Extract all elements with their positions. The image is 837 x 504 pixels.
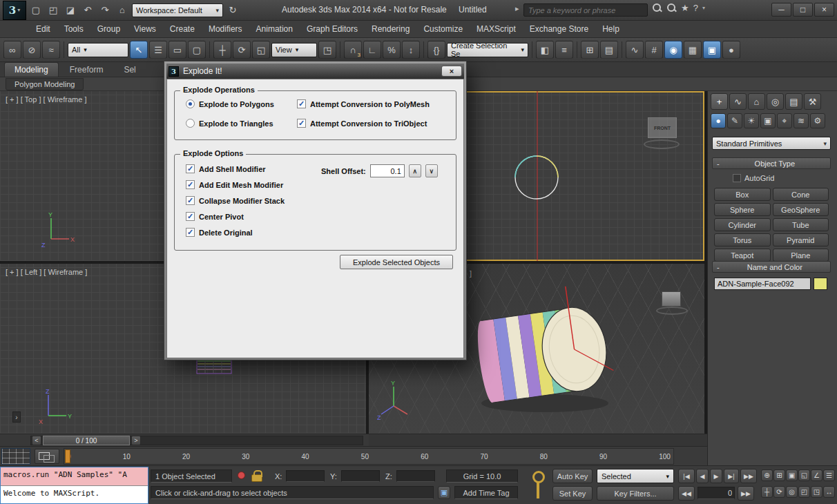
add-time-tag[interactable]: Add Time Tag xyxy=(454,486,518,499)
curve-editor-icon[interactable]: ∿ xyxy=(626,41,644,59)
next-key-button[interactable]: ▶| xyxy=(724,469,739,483)
convert-polymesh-checkbox[interactable]: ✓ xyxy=(297,99,306,108)
select-object-icon[interactable]: ↖ xyxy=(130,41,148,59)
select-and-rotate-icon[interactable]: ⟳ xyxy=(233,41,251,59)
project-folder-icon[interactable]: ⌂ xyxy=(115,3,130,18)
ribbon-toggle-icon[interactable]: ▤ xyxy=(600,41,618,59)
geometry-category-icon[interactable]: ● xyxy=(711,113,726,128)
listener-macro-line[interactable]: macros.run "ADN Samples" "A xyxy=(1,467,148,486)
material-editor-icon[interactable]: ◉ xyxy=(664,41,682,59)
select-and-move-icon[interactable]: ┼ xyxy=(213,41,231,59)
pyramid-button[interactable]: Pyramid xyxy=(773,233,829,246)
teapot-button[interactable]: Teapot xyxy=(714,249,771,262)
workspace-reset-icon[interactable]: ↻ xyxy=(225,3,240,18)
convert-triobject-checkbox[interactable]: ✓ xyxy=(297,119,306,128)
select-by-name-icon[interactable]: ☰ xyxy=(149,41,167,59)
explode-selected-objects-button[interactable]: Explode Selected Objects xyxy=(340,255,453,269)
field-of-view-icon[interactable]: ∠ xyxy=(811,469,822,481)
help-chevron-icon[interactable]: ▾ xyxy=(702,5,705,11)
search-icon[interactable] xyxy=(652,3,662,13)
object-type-rollout[interactable]: -Object Type xyxy=(712,157,831,169)
y-coordinate-field[interactable] xyxy=(341,470,380,482)
torus-button[interactable]: Torus xyxy=(714,233,771,246)
cone-button[interactable]: Cone xyxy=(773,188,829,201)
viewport-left-label[interactable]: [ + ] [ Left ] [ Wireframe ] xyxy=(6,268,87,276)
lights-category-icon[interactable]: ☀ xyxy=(744,113,759,128)
next-frame-arrow[interactable]: > xyxy=(131,436,141,445)
zoom-icon[interactable]: ⊕ xyxy=(761,469,773,481)
auto-key-button[interactable]: Auto Key xyxy=(552,469,593,483)
select-and-scale-icon[interactable]: ◱ xyxy=(252,41,270,59)
key-mode-dropdown[interactable]: Selected▾ xyxy=(597,469,674,483)
collapse-stack-checkbox[interactable]: ✓ xyxy=(186,196,195,205)
named-selection-set-dropdown[interactable]: Create Selection Se▾ xyxy=(447,43,528,57)
viewport-nav-arrow-icon[interactable]: › xyxy=(12,411,21,423)
pin-icon[interactable] xyxy=(238,472,245,479)
rendered-frame-window-icon[interactable]: ▣ xyxy=(703,41,721,59)
unlink-selection-icon[interactable]: ⊘ xyxy=(23,41,41,59)
zoom-region-icon[interactable]: ◱ xyxy=(798,469,810,481)
current-frame-field[interactable] xyxy=(698,487,735,499)
helpers-category-icon[interactable]: ⌖ xyxy=(777,113,792,128)
redo-icon[interactable]: ↷ xyxy=(97,3,113,18)
menu-modifiers[interactable]: Modifiers xyxy=(202,21,249,37)
select-and-link-icon[interactable]: ∞ xyxy=(3,41,21,59)
time-slider-handle[interactable]: 0 / 100 xyxy=(43,436,130,445)
motion-tab-icon[interactable]: ◎ xyxy=(767,93,784,110)
edit-named-selection-sets-icon[interactable]: {} xyxy=(427,41,445,59)
bind-to-space-warp-icon[interactable]: ≈ xyxy=(42,41,60,59)
next-frame-button[interactable]: ▶▶ xyxy=(738,486,754,501)
shell-offset-field[interactable] xyxy=(370,164,405,177)
z-coordinate-field[interactable] xyxy=(396,470,435,482)
play-button[interactable]: ▶ xyxy=(710,469,722,483)
app-logo-icon[interactable]: 3▾ xyxy=(3,1,26,20)
menu-edit[interactable]: Edit xyxy=(29,21,57,37)
tab-selection[interactable]: Sel xyxy=(114,63,145,77)
plane-button[interactable]: Plane xyxy=(773,249,829,262)
workspace-dropdown[interactable]: Workspace: Default▾ xyxy=(132,3,223,17)
add-shell-modifier-checkbox[interactable]: ✓ xyxy=(186,164,195,173)
view-cube-ring[interactable] xyxy=(656,307,688,315)
new-file-icon[interactable]: ▢ xyxy=(28,3,44,18)
undo-icon[interactable]: ↶ xyxy=(80,3,95,18)
isolate-selection-icon[interactable]: ▣ xyxy=(438,486,450,499)
spinner-snap-icon[interactable]: ↕ xyxy=(402,41,420,59)
close-button[interactable]: × xyxy=(814,3,834,17)
zoom-extents-all-icon[interactable]: ☰ xyxy=(823,469,835,481)
align-icon[interactable]: ≡ xyxy=(555,41,573,59)
orbit-icon[interactable]: ⟳ xyxy=(773,486,785,498)
previous-key-button[interactable]: ◀ xyxy=(696,469,709,483)
sphere-button[interactable]: Sphere xyxy=(714,203,771,216)
search-input[interactable] xyxy=(523,3,648,17)
tube-button[interactable]: Tube xyxy=(773,218,829,231)
angle-snap-icon[interactable]: ∟ xyxy=(363,41,381,59)
menu-exchange-store[interactable]: Exchange Store xyxy=(523,21,595,37)
geosphere-button[interactable]: GeoSphere xyxy=(773,203,829,216)
snaps-toggle-icon[interactable]: ∩3 xyxy=(344,41,362,59)
expand-arrow-icon[interactable]: ▸ xyxy=(515,4,519,13)
cylinder-button[interactable]: Cylinder xyxy=(714,218,771,231)
spin-down-button[interactable]: ∨ xyxy=(425,164,438,177)
percent-snap-icon[interactable]: % xyxy=(383,41,401,59)
pan-icon[interactable]: ┼ xyxy=(761,486,773,498)
add-edit-mesh-checkbox[interactable]: ✓ xyxy=(186,180,195,189)
search-web-icon[interactable] xyxy=(666,3,677,13)
dialog-titlebar[interactable]: 3 Explode It! × xyxy=(166,64,464,79)
primitive-category-dropdown[interactable]: Standard Primitives▾ xyxy=(712,137,831,150)
create-tab-icon[interactable]: + xyxy=(711,93,728,110)
view-cube[interactable] xyxy=(662,291,681,307)
menu-maxscript[interactable]: MAXScript xyxy=(470,21,523,37)
menu-graph-editors[interactable]: Graph Editors xyxy=(300,21,365,37)
go-to-end-button[interactable]: ▶▶ xyxy=(740,469,757,483)
viewport-persp-label-fragment[interactable]: ] xyxy=(470,269,472,278)
help-icon[interactable]: ? xyxy=(693,3,698,13)
modify-tab-icon[interactable]: ∿ xyxy=(729,93,747,110)
maximize-viewport-icon[interactable]: ◰ xyxy=(798,486,810,498)
autogrid-checkbox[interactable] xyxy=(733,174,741,182)
selection-filter-dropdown[interactable]: All▾ xyxy=(68,43,128,57)
mirror-icon[interactable]: ◧ xyxy=(536,41,554,59)
schematic-view-icon[interactable]: # xyxy=(645,41,663,59)
open-file-icon[interactable]: ◰ xyxy=(46,3,61,18)
x-coordinate-field[interactable] xyxy=(286,470,325,482)
key-filters-button[interactable]: Key Filters... xyxy=(597,486,674,501)
